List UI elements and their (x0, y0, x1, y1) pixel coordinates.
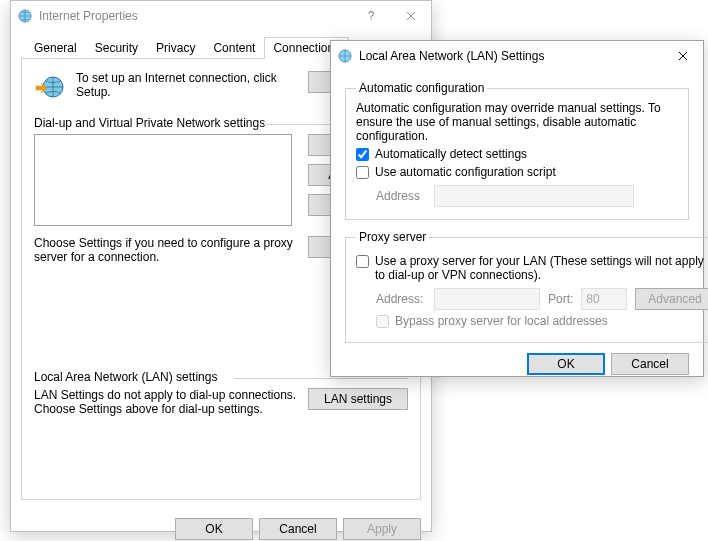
script-address-input (434, 185, 634, 207)
dialup-listbox[interactable] (34, 134, 292, 226)
lan-settings-button[interactable]: LAN settings (308, 388, 408, 410)
advanced-button: Advanced (635, 288, 708, 310)
proxy-port-input (581, 288, 627, 310)
lan-settings-text: LAN Settings do not apply to dial-up con… (34, 388, 300, 416)
ok-button[interactable]: OK (175, 518, 253, 540)
lan-settings-dialog: Local Area Network (LAN) Settings Automa… (330, 40, 704, 377)
globe-arrow-icon (34, 71, 66, 106)
proxy-port-label: Port: (548, 292, 573, 306)
auto-script-label: Use automatic configuration script (375, 165, 556, 179)
tab-privacy[interactable]: Privacy (147, 37, 204, 59)
bypass-label: Bypass proxy server for local addresses (395, 314, 608, 328)
ip-titlebar[interactable]: Internet Properties ? (11, 1, 431, 31)
auto-detect-label: Automatically detect settings (375, 147, 527, 161)
proxy-address-label: Address: (376, 292, 426, 306)
script-address-label: Address (376, 189, 426, 203)
close-button[interactable] (391, 1, 431, 31)
setup-text: To set up an Internet connection, click … (76, 71, 298, 99)
ok-button[interactable]: OK (527, 353, 605, 375)
proxy-group: Proxy server Use a proxy server for your… (345, 230, 708, 343)
auto-config-legend: Automatic configuration (356, 81, 487, 95)
auto-detect-checkbox[interactable] (356, 148, 369, 161)
apply-button: Apply (343, 518, 421, 540)
lan-title: Local Area Network (LAN) Settings (359, 49, 663, 63)
help-button[interactable]: ? (351, 1, 391, 31)
proxy-address-input (434, 288, 540, 310)
cancel-button[interactable]: Cancel (611, 353, 689, 375)
auto-script-checkbox[interactable] (356, 166, 369, 179)
tab-security[interactable]: Security (86, 37, 147, 59)
cancel-button[interactable]: Cancel (259, 518, 337, 540)
tab-content[interactable]: Content (204, 37, 264, 59)
tab-general[interactable]: General (25, 37, 86, 59)
auto-config-group: Automatic configuration Automatic config… (345, 81, 689, 220)
bypass-checkbox (376, 315, 389, 328)
use-proxy-checkbox[interactable] (356, 255, 369, 268)
use-proxy-label: Use a proxy server for your LAN (These s… (375, 254, 708, 282)
proxy-legend: Proxy server (356, 230, 429, 244)
auto-config-text: Automatic configuration may override man… (356, 101, 678, 143)
close-button[interactable] (663, 41, 703, 71)
auto-script-row[interactable]: Use automatic configuration script (356, 165, 678, 179)
internet-options-icon (337, 48, 353, 64)
ip-footer: OK Cancel Apply (11, 510, 431, 541)
bypass-row: Bypass proxy server for local addresses (376, 314, 708, 328)
auto-detect-row[interactable]: Automatically detect settings (356, 147, 678, 161)
choose-settings-text: Choose Settings if you need to configure… (34, 236, 300, 264)
ip-title: Internet Properties (39, 9, 351, 23)
lan-titlebar[interactable]: Local Area Network (LAN) Settings (331, 41, 703, 71)
lan-footer: OK Cancel (345, 353, 689, 375)
internet-options-icon (17, 8, 33, 24)
use-proxy-row[interactable]: Use a proxy server for your LAN (These s… (356, 254, 708, 282)
